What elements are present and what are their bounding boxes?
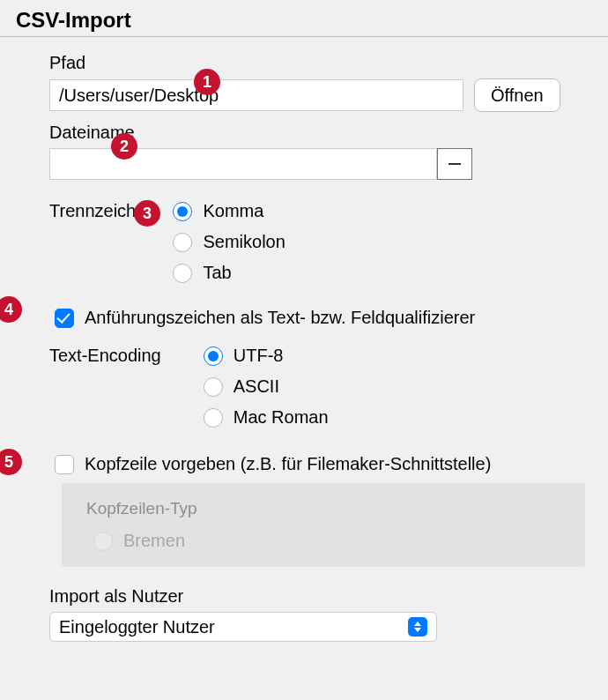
badge-2: 2 xyxy=(111,133,137,160)
radio-icon xyxy=(93,532,113,551)
encoding-option-ascii[interactable]: ASCII xyxy=(204,376,329,397)
radio-icon xyxy=(204,377,223,397)
radio-icon xyxy=(173,233,192,252)
path-label: Pfad xyxy=(49,53,589,73)
open-button[interactable]: Öffnen xyxy=(474,78,560,112)
separator-option-semikolon[interactable]: Semikolon xyxy=(173,232,285,252)
select-arrows-icon xyxy=(408,617,427,637)
import-as-select[interactable]: Eingeloggter Nutzer xyxy=(49,612,437,642)
separator-option-tab[interactable]: Tab xyxy=(173,263,285,283)
encoding-option-label: Mac Roman xyxy=(234,407,329,428)
encoding-label: Text-Encoding xyxy=(49,346,161,366)
checkbox-icon xyxy=(55,455,74,474)
quotes-label: Anführungszeichen als Text- bzw. Feldqua… xyxy=(85,308,475,328)
radio-icon xyxy=(204,408,223,428)
badge-5: 5 xyxy=(0,449,22,475)
minus-icon xyxy=(449,163,461,165)
header-type-label: Kopfzeilen-Typ xyxy=(86,499,560,518)
checkbox-icon xyxy=(55,309,74,328)
radio-icon xyxy=(173,264,192,283)
section-title: CSV-Import xyxy=(0,0,608,37)
path-input[interactable] xyxy=(49,79,463,111)
badge-4: 4 xyxy=(0,296,22,323)
encoding-option-macroman[interactable]: Mac Roman xyxy=(204,407,329,428)
separator-option-label: Semikolon xyxy=(203,232,285,252)
header-type-option-label: Bremen xyxy=(123,531,185,551)
separator-option-komma[interactable]: Komma xyxy=(173,201,285,221)
radio-icon xyxy=(173,202,192,221)
filename-input[interactable] xyxy=(49,148,437,180)
separator-option-label: Komma xyxy=(203,201,263,221)
encoding-option-label: ASCII xyxy=(234,376,279,397)
quotes-checkbox-row[interactable]: Anführungszeichen als Text- bzw. Feldqua… xyxy=(55,308,589,328)
encoding-option-label: UTF-8 xyxy=(234,346,284,366)
radio-icon xyxy=(204,346,223,366)
import-as-value: Eingeloggter Nutzer xyxy=(59,617,215,637)
header-checkbox-row[interactable]: Kopfzeile vorgeben (z.B. für Filemaker-S… xyxy=(55,454,589,474)
import-as-label: Import als Nutzer xyxy=(49,586,589,607)
filename-stepper[interactable] xyxy=(437,148,472,180)
separator-option-label: Tab xyxy=(203,263,231,283)
header-type-option-bremen: Bremen xyxy=(93,531,560,551)
badge-3: 3 xyxy=(134,200,160,227)
header-label: Kopfzeile vorgeben (z.B. für Filemaker-S… xyxy=(85,454,491,474)
badge-1: 1 xyxy=(194,69,220,95)
header-type-box: Kopfzeilen-Typ Bremen xyxy=(62,483,585,567)
encoding-option-utf8[interactable]: UTF-8 xyxy=(204,346,329,366)
